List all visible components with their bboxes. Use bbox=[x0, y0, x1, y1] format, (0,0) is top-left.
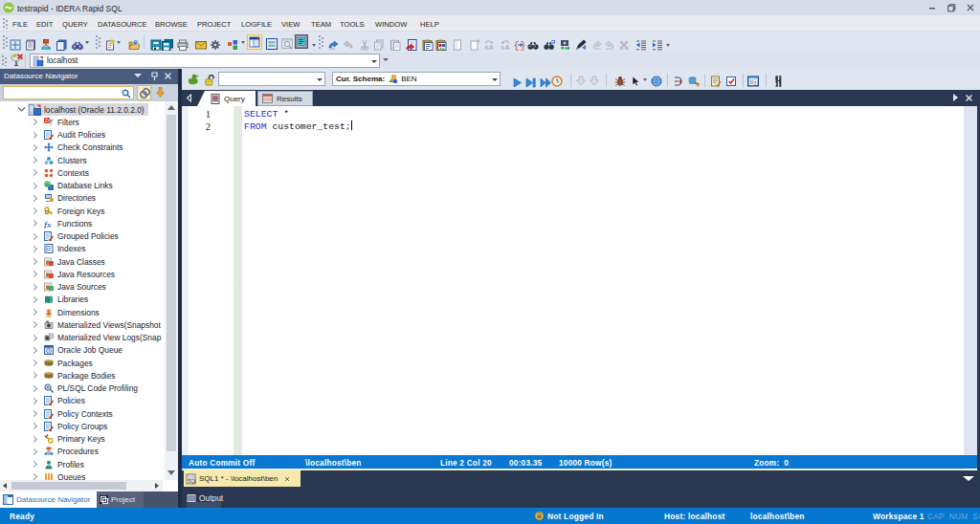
svg-text:D: D bbox=[45, 118, 49, 123]
svg-text:A: A bbox=[489, 43, 494, 51]
svg-text:{: { bbox=[514, 41, 520, 52]
svg-text:fx: fx bbox=[44, 219, 52, 229]
svg-text:SQL: SQL bbox=[188, 478, 196, 484]
svg-text:A: A bbox=[505, 43, 510, 51]
svg-text:!: ! bbox=[754, 79, 756, 87]
